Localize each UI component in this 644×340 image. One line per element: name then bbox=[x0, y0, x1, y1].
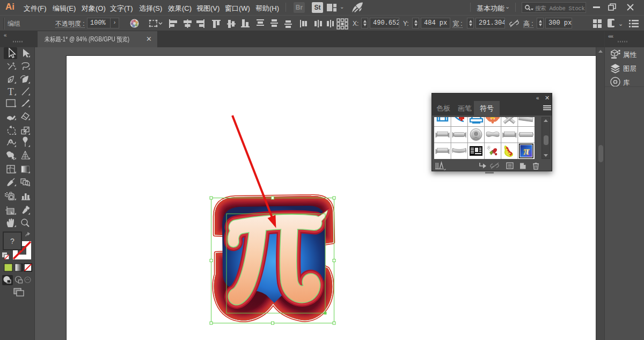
svg-text:?: ? bbox=[10, 237, 14, 245]
svg-text:π: π bbox=[523, 145, 530, 157]
svg-text:T: T bbox=[8, 86, 14, 97]
